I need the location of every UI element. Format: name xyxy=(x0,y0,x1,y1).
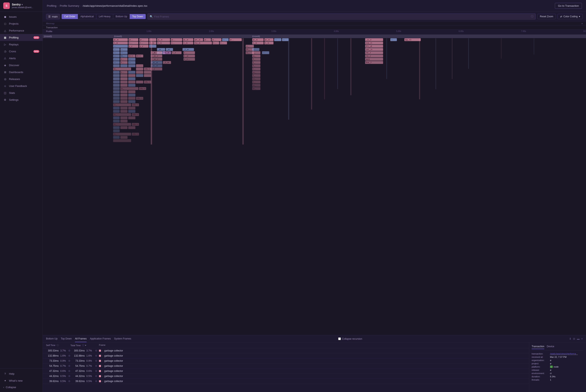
sidebar-item-label: Crons xyxy=(9,50,16,53)
call-order-button[interactable]: Call Order xyxy=(62,14,78,19)
collapse-button[interactable]: ‹ Collapse xyxy=(0,384,43,390)
search-input[interactable] xyxy=(154,15,529,18)
total-pct-value: 3.7% xyxy=(86,349,94,352)
cell-self-time-1: 305.53ms 3.7% ⚙ xyxy=(46,349,71,352)
gear-icon-1[interactable]: ⚙ xyxy=(68,349,71,352)
flame-chart[interactable]: (root) (root) (root) p_s p... p... ... p… xyxy=(43,34,586,335)
collapse-recursion-toggle[interactable]: Collapse recursion xyxy=(338,338,362,340)
svg-text:--: -- xyxy=(114,62,116,64)
info-icon-self[interactable]: ⓘ xyxy=(57,344,59,346)
table-row[interactable]: 54.75ms 0.7% ⚙ 54.75ms 0.7% ⚙ › gar xyxy=(43,364,529,368)
sidebar-item-profiling[interactable]: ▦ Profiling beta xyxy=(0,34,43,41)
gear-icon-total-1[interactable]: ⚙ xyxy=(95,349,97,352)
table-row[interactable]: 73.33ms 0.9% ⚙ 73.33ms 0.9% ⚙ › gar xyxy=(43,358,529,364)
sidebar-item-label: Projects xyxy=(9,22,19,25)
sidebar-item-discover[interactable]: ◈ Discover xyxy=(0,62,43,68)
sidebar-item-releases[interactable]: ◎ Releases xyxy=(0,76,43,82)
meta-key: threads: xyxy=(532,378,550,381)
meta-val-transaction[interactable]: /static/app/views/performa... xyxy=(550,352,578,355)
svg-text:--: -- xyxy=(275,39,277,41)
tab-top-down[interactable]: Top Down xyxy=(61,336,72,342)
gear-icon-3[interactable]: ⚙ xyxy=(68,360,71,362)
layout-icon-2[interactable]: ▬ xyxy=(577,337,579,340)
bottom-toolbar-right: ⬇ ⊞ ▬ ≡ xyxy=(569,337,583,340)
meta-row-transaction: transaction: /static/app/views/performa.… xyxy=(532,352,583,355)
table-row[interactable]: 44.32ms 0.5% ⚙ 44.32ms 0.5% ⚙ › gar xyxy=(43,374,529,379)
info-icon-total[interactable]: ⓘ xyxy=(82,344,84,347)
cell-total-time-7: 39.62ms 0.5% ⚙ xyxy=(71,380,99,383)
gear-icon-total-5[interactable]: ⚙ xyxy=(95,370,97,372)
minimap-collapse-icon[interactable]: ▴ xyxy=(581,22,583,25)
table-row[interactable]: 47.32ms 0.6% ⚙ 47.32ms 0.6% ⚙ › gar xyxy=(43,368,529,374)
sidebar-item-projects[interactable]: ◻ Projects xyxy=(0,20,43,27)
gear-icon-5[interactable]: ⚙ xyxy=(68,370,71,372)
gear-icon-7[interactable]: ⚙ xyxy=(68,380,71,383)
go-to-transaction-button[interactable]: Go to Transaction xyxy=(555,3,582,9)
table-row[interactable]: 132.88ms 1.6% ⚙ 132.88ms 1.6% ⚙ › g xyxy=(43,353,529,358)
sidebar-item-user-feedback[interactable]: ☺ User Feedback xyxy=(0,82,43,89)
gear-icon-total-2[interactable]: ⚙ xyxy=(95,354,97,357)
gear-icon-6[interactable]: ⚙ xyxy=(68,375,71,378)
meta-row-environment: environment: ci xyxy=(532,372,583,374)
gear-icon-total-7[interactable]: ⚙ xyxy=(95,380,97,383)
svg-rect-149 xyxy=(128,80,135,84)
gear-icon-4[interactable]: ⚙ xyxy=(68,364,71,367)
breadcrumb-profile-summary[interactable]: Profile Summary xyxy=(60,4,79,7)
svg-rect-140 xyxy=(120,74,128,77)
breadcrumb-profiling[interactable]: Profiling xyxy=(47,4,57,7)
gear-icon-total-6[interactable]: ⚙ xyxy=(95,375,97,378)
sidebar-item-alerts[interactable]: ⚠ Alerts xyxy=(0,55,43,62)
info-icon[interactable]: ⓘ xyxy=(531,15,533,18)
gear-icon-total-4[interactable]: ⚙ xyxy=(95,364,97,367)
gear-icon-total-3[interactable]: ⚙ xyxy=(95,360,97,362)
sidebar-item-replays[interactable]: ▷ Replays xyxy=(0,41,43,48)
svg-rect-161 xyxy=(113,90,120,93)
tab-application-frames[interactable]: Application Frames xyxy=(90,336,111,342)
reset-zoom-button[interactable]: Reset Zoom xyxy=(537,14,556,19)
sidebar-item-dashboards[interactable]: ⊞ Dashboards xyxy=(0,68,43,76)
table-row[interactable]: 39.62ms 0.5% ⚙ 39.62ms 0.5% ⚙ › gar xyxy=(43,379,529,384)
sidebar-header: S Sentry ▾ jonas.badalic@sent... xyxy=(0,0,43,12)
right-tab-device[interactable]: Device xyxy=(547,345,554,349)
bottom-up-button[interactable]: Bottom Up xyxy=(113,14,130,19)
right-tab-transaction[interactable]: Transaction xyxy=(532,345,544,349)
svg-text:_e_e: _e_e xyxy=(151,62,158,64)
meta-key: project: xyxy=(532,362,550,365)
sidebar-item-stats[interactable]: ◫ Stats xyxy=(0,89,43,96)
expand-icon-2[interactable]: › xyxy=(102,354,103,357)
svg-text:p_s: p_s xyxy=(265,39,270,41)
sidebar-item-performance[interactable]: △ Performance xyxy=(0,27,43,34)
sidebar-item-whats-new[interactable]: ✦ What's new xyxy=(0,377,43,384)
tab-all-frames[interactable]: All Frames xyxy=(75,336,87,342)
expand-icon-1[interactable]: › xyxy=(102,349,103,352)
tab-system-frames[interactable]: System Frames xyxy=(114,336,131,342)
download-icon[interactable]: ⬇ xyxy=(569,337,571,340)
left-heavy-button[interactable]: Left Heavy xyxy=(96,14,113,19)
menu-button[interactable]: ☰ main xyxy=(46,14,60,19)
sidebar-item-issues[interactable]: ◼ Issues xyxy=(0,13,43,20)
layout-icon-3[interactable]: ≡ xyxy=(581,337,583,340)
sidebar-item-label: Help xyxy=(9,372,15,375)
sidebar-item-settings[interactable]: ⚙ Settings xyxy=(0,96,43,103)
svg-text:(root): (root) xyxy=(44,35,52,38)
performance-icon: △ xyxy=(3,29,7,32)
sort-icon[interactable]: ▾ xyxy=(85,344,86,346)
svg-text:p...: p... xyxy=(204,39,209,41)
org-name: Sentry ▾ xyxy=(12,3,39,6)
tab-bottom-up[interactable]: Bottom Up xyxy=(46,336,58,342)
color-coding-button[interactable]: ⇄ Color Coding ▾ xyxy=(557,14,583,19)
alphabetical-button[interactable]: Alphabetical xyxy=(78,14,96,19)
breadcrumb: Profiling › Profile Summary › /static/ap… xyxy=(43,0,586,12)
svg-text:r...: r... xyxy=(121,71,124,73)
svg-rect-270 xyxy=(468,38,469,69)
gear-icon-2[interactable]: ⚙ xyxy=(68,354,71,357)
top-down-button[interactable]: Top Down xyxy=(130,14,145,19)
sidebar-item-crons[interactable]: ◷ Crons beta xyxy=(0,48,43,55)
table-row[interactable]: 305.53ms 3.7% ⚙ 305.53ms 3.7% ⚙ › g xyxy=(43,348,529,353)
svg-text:c_: c_ xyxy=(246,45,250,47)
cell-total-time-4: 54.75ms 0.7% ⚙ xyxy=(71,364,99,367)
sidebar-item-help[interactable]: ? Help xyxy=(0,370,43,377)
collapse-recursion-checkbox[interactable] xyxy=(338,338,341,340)
layout-icon-1[interactable]: ⊞ xyxy=(573,337,575,340)
svg-text:0_: 0_ xyxy=(121,88,124,90)
